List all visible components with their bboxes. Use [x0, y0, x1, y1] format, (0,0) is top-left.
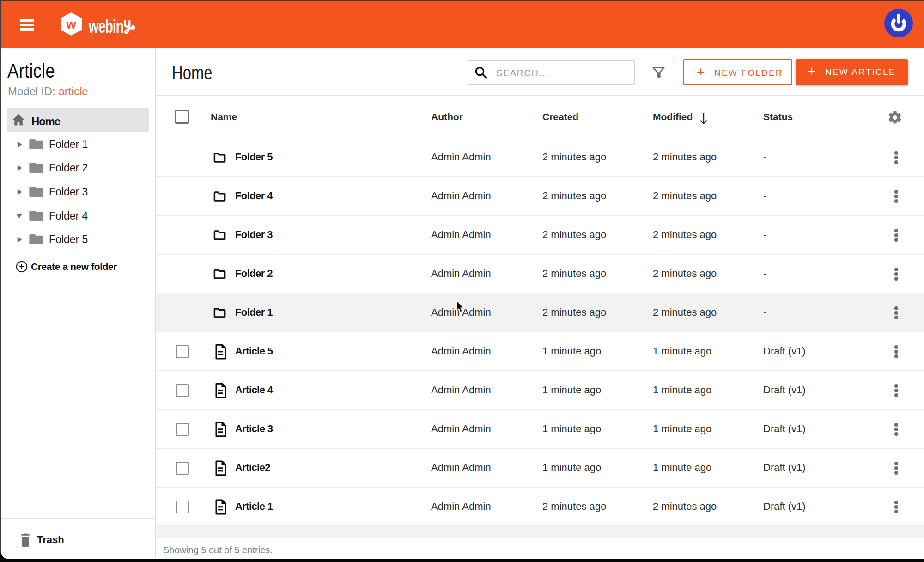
svg-text:w: w: [66, 18, 76, 31]
